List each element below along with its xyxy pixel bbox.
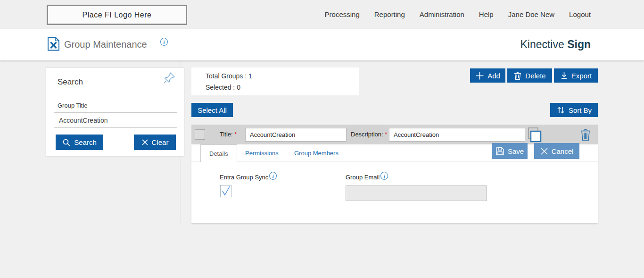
- clear-button[interactable]: Clear: [134, 135, 176, 150]
- nav-administration[interactable]: Administration: [420, 10, 464, 18]
- cancel-button[interactable]: Cancel: [534, 143, 579, 159]
- group-row: Title: * Description: *: [191, 125, 598, 144]
- select-all-button[interactable]: Select All: [191, 103, 233, 117]
- description-required-mark: *: [385, 131, 387, 138]
- sort-arrows-icon: [556, 106, 565, 115]
- tab-group-members-label: Group Members: [294, 150, 339, 157]
- entra-group-sync-checkbox[interactable]: [220, 185, 231, 197]
- group-details-panel: Details Permissions Group Members Save C…: [191, 144, 598, 223]
- sort-by-button[interactable]: Sort By: [550, 103, 598, 117]
- title-label-text: Title:: [220, 131, 233, 138]
- entra-group-sync-text: Entra Group Sync: [220, 174, 268, 181]
- tab-group-members[interactable]: Group Members: [286, 144, 347, 161]
- top-navigation: Processing Reporting Administration Help…: [325, 0, 591, 29]
- export-button-label: Export: [571, 72, 592, 80]
- group-maintenance-icon: [47, 37, 60, 53]
- search-button-label: Search: [74, 138, 97, 146]
- copy-icon[interactable]: [527, 127, 542, 145]
- delete-button-label: Delete: [525, 72, 545, 80]
- group-email-label: Group Emaili: [346, 174, 388, 182]
- row-checkbox[interactable]: [195, 129, 205, 140]
- selected-label: Selected :: [206, 84, 235, 91]
- clear-x-icon: [141, 139, 149, 146]
- brand-logo: Kinective Sign: [520, 38, 591, 51]
- nav-user-name[interactable]: Jane Doe New: [508, 10, 554, 18]
- tab-details[interactable]: Details: [200, 144, 237, 162]
- pin-icon[interactable]: [163, 72, 175, 86]
- description-label: Description: *: [351, 131, 387, 138]
- export-button[interactable]: Export: [554, 68, 598, 83]
- search-panel-title: Search: [58, 77, 83, 87]
- save-floppy-icon: [495, 147, 504, 156]
- fi-logo-text: Place FI Logo Here: [83, 11, 152, 19]
- select-all-label: Select All: [198, 106, 227, 114]
- total-groups-value: 1: [248, 72, 252, 80]
- save-button-label: Save: [508, 147, 524, 155]
- fi-logo-placeholder: Place FI Logo Here: [47, 5, 187, 25]
- search-button[interactable]: Search: [56, 135, 103, 150]
- groups-summary: Total Groups : 1 Selected : 0: [191, 67, 359, 95]
- page-info-icon[interactable]: i: [160, 38, 168, 46]
- row-delete-icon[interactable]: [580, 128, 591, 143]
- nav-logout[interactable]: Logout: [569, 10, 591, 18]
- add-button-label: Add: [487, 72, 500, 80]
- tab-permissions-label: Permissions: [245, 150, 279, 157]
- group-title-label: Group Title: [58, 102, 88, 109]
- entra-info-icon[interactable]: i: [269, 172, 277, 180]
- nav-help[interactable]: Help: [479, 10, 494, 18]
- group-email-text: Group Email: [346, 174, 380, 181]
- selected-value: 0: [237, 84, 240, 91]
- trash-icon: [513, 71, 522, 80]
- cancel-button-label: Cancel: [552, 147, 574, 155]
- tab-details-label: Details: [209, 150, 228, 157]
- save-button[interactable]: Save: [492, 143, 528, 159]
- total-groups-label: Total Groups :: [206, 72, 247, 80]
- brand-regular: Kinective: [520, 38, 564, 51]
- group-email-info-icon[interactable]: i: [380, 172, 388, 180]
- entra-group-sync-label: Entra Group Synci: [220, 174, 277, 182]
- title-required-mark: *: [234, 131, 237, 138]
- group-title-input[interactable]: [54, 112, 177, 128]
- title-label: Title: *: [220, 131, 237, 138]
- title-input[interactable]: [245, 128, 347, 142]
- clear-button-label: Clear: [152, 138, 169, 146]
- page-title: Group Maintenance: [64, 39, 147, 50]
- nav-reporting[interactable]: Reporting: [374, 10, 405, 18]
- sort-by-label: Sort By: [569, 106, 592, 114]
- delete-button[interactable]: Delete: [507, 68, 552, 83]
- tab-permissions[interactable]: Permissions: [237, 144, 287, 161]
- download-icon: [560, 71, 568, 80]
- nav-processing[interactable]: Processing: [325, 10, 360, 18]
- search-icon: [62, 138, 71, 147]
- add-button[interactable]: Add: [470, 68, 505, 83]
- cancel-x-icon: [540, 147, 548, 155]
- brand-bold: Sign: [567, 38, 591, 51]
- plus-icon: [475, 71, 484, 80]
- checkmark-icon: [221, 185, 231, 197]
- top-bar: Place FI Logo Here Processing Reporting …: [0, 0, 644, 29]
- group-email-input: [346, 185, 487, 201]
- selected-text: Selected : 0: [206, 84, 240, 91]
- total-groups-text: Total Groups : 1: [206, 72, 252, 80]
- page-header: Group Maintenance i Kinective Sign: [0, 29, 644, 60]
- description-input[interactable]: [389, 128, 525, 142]
- search-panel: Search Group Title Search Clear: [46, 67, 184, 156]
- description-label-text: Description:: [351, 131, 383, 138]
